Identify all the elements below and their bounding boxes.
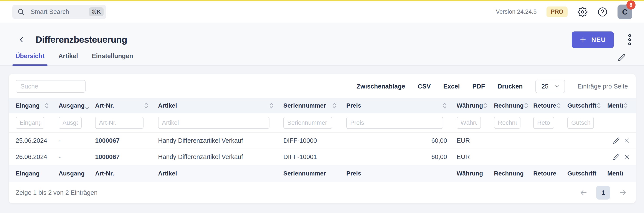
filter-row (9, 113, 636, 133)
pencil-icon (613, 154, 620, 160)
column-header-artnr[interactable]: Art-Nr. (95, 98, 158, 113)
plus-icon (580, 36, 586, 43)
filter-cell-preis (346, 113, 456, 133)
cell-seriennummer: DIFF-10001 (283, 149, 346, 165)
cell-artikel: Handy Differenzartikel Verkauf (158, 149, 283, 165)
column-label-gutschrift: Gutschrift (567, 102, 596, 109)
filter-input-ausgang[interactable] (58, 117, 82, 129)
cell-menu (607, 149, 636, 165)
sort-icon-retoure[interactable] (556, 102, 561, 109)
sort-icon-artikel[interactable] (269, 102, 274, 109)
delete-row-button[interactable] (624, 137, 630, 144)
cell-rechnung (494, 149, 533, 165)
cell-ausgang: - (58, 149, 95, 165)
export-excel-button[interactable]: Excel (443, 83, 460, 90)
filter-input-artnr[interactable] (95, 117, 144, 129)
filter-input-eingang[interactable] (16, 117, 44, 129)
column-header-ausgang[interactable]: Ausgang (58, 98, 95, 113)
next-page-button[interactable] (619, 189, 627, 197)
filter-input-rechnung[interactable] (494, 117, 520, 129)
filter-input-artikel[interactable] (158, 117, 270, 129)
export-csv-button[interactable]: CSV (418, 83, 431, 90)
settings-button[interactable] (578, 7, 588, 17)
table-row: 26.06.2024-1000067Handy Differenzartikel… (9, 149, 636, 165)
new-entry-button-label: NEU (591, 36, 606, 43)
cell-eingang: 26.06.2024 (9, 149, 58, 165)
footer-column-label-rechnung: Rechnung (494, 165, 533, 182)
entries-summary: Zeige 1 bis 2 von 2 Einträgen (16, 189, 98, 196)
new-entry-button[interactable]: NEU (572, 31, 614, 48)
footer-column-label-menu: Menü (607, 165, 636, 182)
sort-icon-seriennummer[interactable] (332, 102, 337, 109)
entries-per-page-label: Einträge pro Seite (578, 83, 628, 90)
sort-icon-menu[interactable] (623, 102, 628, 109)
edit-page-button[interactable] (618, 54, 626, 61)
sort-icon-artnr[interactable] (144, 102, 148, 109)
filter-cell-ausgang (58, 113, 95, 133)
column-header-seriennummer[interactable]: Seriennummer (283, 98, 346, 113)
column-label-rechnung: Rechnung (494, 102, 524, 109)
smart-search-placeholder: Smart Search (30, 8, 84, 15)
page-size-select[interactable]: 25 (536, 80, 565, 93)
more-options-button[interactable] (628, 34, 632, 46)
column-header-retoure[interactable]: Retoure (533, 98, 567, 113)
sort-icon-rechnung[interactable] (524, 102, 528, 109)
tab-uebersicht[interactable]: Übersicht (12, 51, 48, 65)
previous-page-button[interactable] (579, 189, 588, 197)
column-header-waehrung[interactable]: Währung (456, 98, 494, 113)
tab-artikel[interactable]: Artikel (55, 51, 81, 65)
cell-menu (607, 133, 636, 149)
column-label-menu: Menü (607, 102, 623, 109)
edit-row-button[interactable] (613, 154, 620, 160)
sort-icon-ausgang[interactable] (85, 100, 90, 111)
filter-cell-rechnung (494, 113, 533, 133)
filter-cell-gutschrift (567, 113, 607, 133)
export-pdf-button[interactable]: PDF (472, 83, 485, 90)
delete-row-button[interactable] (624, 154, 630, 160)
edit-row-button[interactable] (613, 137, 620, 144)
column-label-artikel: Artikel (158, 102, 177, 109)
table-card: Zwischenablage CSV Excel PDF Drucken 25 … (9, 74, 636, 203)
footer-column-label-ausgang: Ausgang (58, 165, 95, 182)
filter-cell-eingang (9, 113, 58, 133)
cell-retoure (533, 149, 567, 165)
filter-input-waehrung[interactable] (456, 117, 481, 129)
cell-rechnung (494, 133, 533, 149)
filter-input-preis[interactable] (346, 117, 443, 129)
avatar-letter: C (622, 7, 628, 16)
tab-einstellungen[interactable]: Einstellungen (89, 51, 136, 65)
copy-to-clipboard-button[interactable]: Zwischenablage (356, 83, 405, 90)
column-header-gutschrift[interactable]: Gutschrift (567, 98, 607, 113)
filter-input-seriennummer[interactable] (283, 117, 332, 129)
filter-cell-waehrung (456, 113, 494, 133)
smart-search-input[interactable]: Smart Search ⌘K (12, 5, 106, 19)
column-label-preis: Preis (346, 102, 361, 109)
user-avatar[interactable]: C 8 (618, 4, 632, 19)
column-header-eingang[interactable]: Eingang (9, 98, 58, 113)
column-label-seriennummer: Seriennummer (283, 102, 326, 109)
footer-column-label-seriennummer: Seriennummer (283, 165, 346, 182)
page-title: Differenzbesteuerung (36, 34, 127, 45)
search-icon (17, 8, 25, 16)
sort-icon-preis[interactable] (442, 102, 447, 109)
footer-column-label-preis: Preis (346, 165, 456, 182)
column-header-menu[interactable]: Menü (607, 98, 636, 113)
column-header-rechnung[interactable]: Rechnung (494, 98, 533, 113)
filter-input-retoure[interactable] (533, 117, 554, 129)
notification-badge[interactable]: 8 (626, 0, 636, 9)
table-search-input[interactable] (16, 80, 86, 93)
page-number-button[interactable]: 1 (596, 186, 610, 200)
sort-icon-eingang[interactable] (44, 102, 49, 109)
back-button[interactable] (17, 35, 26, 44)
header-row: EingangAusgangArt-Nr.ArtikelSeriennummer… (9, 98, 636, 113)
sort-icon-gutschrift[interactable] (596, 102, 601, 109)
help-circle-icon (598, 7, 608, 17)
column-header-preis[interactable]: Preis (346, 98, 456, 113)
filter-input-gutschrift[interactable] (567, 117, 594, 129)
help-button[interactable] (598, 7, 608, 17)
sort-icon-waehrung[interactable] (483, 102, 488, 109)
pro-badge: PRO (546, 6, 568, 17)
column-header-artikel[interactable]: Artikel (158, 98, 283, 113)
pencil-icon (613, 137, 620, 144)
print-button[interactable]: Drucken (498, 83, 523, 90)
